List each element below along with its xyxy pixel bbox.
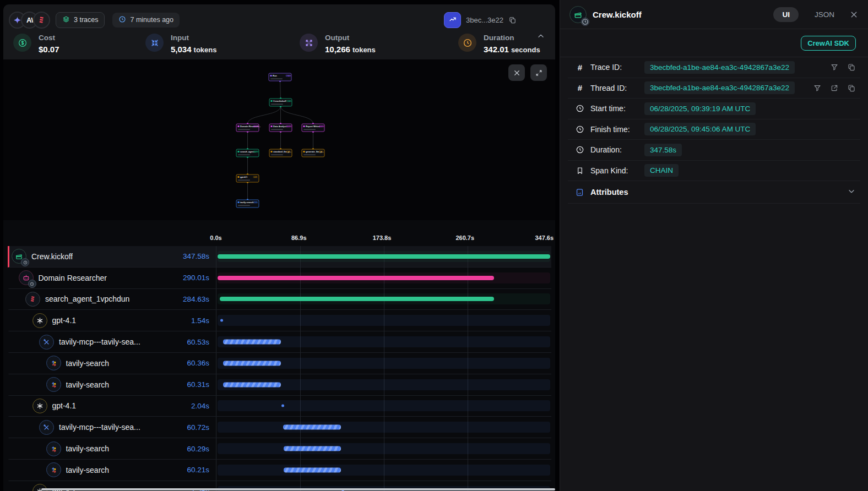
span-timeline	[216, 268, 551, 288]
close-icon[interactable]	[849, 10, 859, 19]
expand-graph-button[interactable]	[530, 64, 547, 81]
detail-row: Span Kind: CHAIN	[568, 161, 860, 182]
clock-icon	[575, 145, 585, 154]
span-row[interactable]: tavily-search 60.29s	[8, 438, 551, 460]
span-row[interactable]: tavily-search 60.21s	[8, 460, 551, 481]
axis-tick: 347.6s	[535, 234, 554, 241]
hash-icon: #	[575, 63, 585, 72]
tab-ui[interactable]: UI	[773, 7, 799, 22]
time-ago-badge[interactable]: 7 minutes ago	[112, 13, 180, 28]
metric-label: Cost	[39, 34, 62, 42]
detail-value[interactable]: 06/28/2025, 09:39:19 AM UTC	[644, 102, 756, 115]
chevron-up-icon[interactable]	[536, 32, 545, 41]
traces-count-badge[interactable]: 3 traces	[56, 12, 105, 28]
span-row[interactable]: search_agent_1vpchdun 284.63s	[8, 289, 551, 310]
detail-value[interactable]: CHAIN	[644, 164, 679, 177]
detail-value[interactable]: 3becbfed-a1be-ae84-ea3c-4942867a3e22	[644, 61, 795, 74]
trace-summary-header: A\ 3 traces 7 minutes ago	[3, 4, 555, 59]
provider-avatars[interactable]: A\	[9, 12, 45, 29]
metric-label: Duration	[484, 34, 540, 42]
attributes-section-toggle[interactable]: Attributes	[568, 181, 860, 204]
graph-node-analyst[interactable]: Data Analyst AGENT	[269, 124, 292, 132]
tab-json[interactable]: JSON	[815, 10, 834, 19]
copy-icon[interactable]	[508, 16, 517, 24]
span-name: tavily-search	[66, 359, 110, 368]
detail-row: Start time: 06/28/2025, 09:39:19 AM UTC	[568, 99, 860, 119]
graph-node-gpt[interactable]: gpt-4.1 LLM	[236, 174, 259, 182]
svg-text:Crew.kickoff: Crew.kickoff	[273, 100, 286, 102]
span-timeline	[216, 353, 551, 374]
span-row[interactable]: gpt-4.1 2.04s	[8, 396, 551, 417]
span-row[interactable]: tavily-mcp---tavily-sea... 60.72s	[8, 417, 551, 438]
tavily-icon	[46, 356, 61, 370]
span-row[interactable]: tavily-mcp---tavily-sea... 60.53s	[8, 331, 551, 353]
filter-icon[interactable]	[813, 84, 822, 92]
detail-value[interactable]: 06/28/2025, 09:45:06 AM UTC	[644, 123, 756, 135]
metric-input: Input 5,034tokens	[145, 34, 300, 54]
span-track	[218, 465, 550, 476]
span-name: Crew.kickoff	[31, 252, 73, 261]
span-name: tavily-mcp---tavily-sea...	[59, 337, 140, 346]
span-duration: 2.04s	[191, 402, 216, 410]
span-name: Domain Researcher	[39, 274, 107, 282]
graph-node-crew[interactable]: Crew.kickoff CHAIN	[269, 99, 292, 106]
span-row[interactable]: tavily-search 60.31s	[8, 374, 551, 396]
clock-badge-icon	[581, 18, 589, 26]
graph-node-writer[interactable]: Report Writer AGENT	[302, 124, 324, 132]
span-row[interactable]: gpt-4.1 1.54s	[8, 310, 551, 331]
graph-node-tavily[interactable]: tavily-search TOOL	[236, 200, 259, 208]
copy-icon[interactable]	[847, 63, 856, 72]
graph-node-standard[interactable]: standard_llm_p... LLM	[269, 149, 292, 157]
metric-label: Input	[171, 34, 216, 42]
detail-label: Finish time:	[590, 125, 639, 134]
span-track	[218, 422, 550, 433]
openai-icon	[32, 399, 47, 413]
copy-icon[interactable]	[847, 84, 856, 92]
chevron-down-icon[interactable]	[847, 187, 860, 198]
span-row[interactable]: Domain Researcher 290.01s	[8, 268, 551, 289]
graph-node-run[interactable]: Run CHAIN	[269, 73, 291, 81]
span-duration: 284.63s	[183, 295, 216, 303]
layers-icon	[62, 15, 70, 25]
svg-text:gpt-4.1: gpt-4.1	[240, 176, 248, 178]
detail-title: Crew.kickoff	[593, 10, 642, 19]
sdk-row: CrewAI SDK	[560, 29, 868, 57]
graph-node-domain[interactable]: Domain Research... AGENT	[236, 124, 261, 132]
trace-graph-area[interactable]: Run CHAIN Crew.kickoff CHAIN Domain Rese…	[3, 59, 555, 220]
crewai-sdk-badge[interactable]: CrewAI SDK	[801, 36, 856, 51]
dollar-icon	[13, 34, 31, 52]
metric-value: 5,034	[171, 45, 192, 54]
span-duration: 1.54s	[191, 317, 216, 325]
crewai-logo-icon[interactable]	[33, 12, 50, 29]
span-row[interactable]: Crew.kickoff 347.58s	[8, 246, 551, 268]
close-graph-button[interactable]	[508, 64, 525, 81]
tools-icon	[39, 335, 54, 350]
span-row[interactable]: tavily-search 60.36s	[8, 353, 551, 374]
external-link-icon[interactable]	[830, 84, 839, 92]
filter-icon[interactable]	[830, 63, 839, 72]
detail-value[interactable]: 347.58s	[644, 144, 682, 156]
span-bar	[220, 297, 494, 301]
svg-text:LLM: LLM	[287, 151, 290, 153]
horizontal-scrollbar[interactable]	[41, 488, 555, 490]
trace-graph[interactable]: Run CHAIN Crew.kickoff CHAIN Domain Rese…	[3, 59, 555, 220]
detail-label: Start time:	[590, 104, 639, 113]
span-duration: 60.31s	[187, 380, 216, 389]
span-name: tavily-search	[66, 444, 110, 453]
metric-label: Output	[325, 34, 376, 42]
svg-text:LLM: LLM	[319, 151, 323, 153]
graph-node-search[interactable]: search_agen... AGENT	[236, 149, 259, 157]
span-bar	[218, 254, 550, 259]
metrics-row: Cost $0.07 Input 5,034tokens	[9, 34, 547, 54]
detail-value[interactable]: 3becbfed-a1be-ae84-ea3c-4942867a3e22	[644, 81, 795, 94]
axis-tick: 260.7s	[455, 234, 474, 241]
clock-icon	[575, 125, 585, 134]
graph-node-generate[interactable]: generate_llm_p... LLM	[302, 149, 324, 157]
metric-duration: Duration 342.01seconds	[458, 34, 540, 54]
detail-row: Duration: 347.58s	[568, 140, 860, 161]
span-timeline	[216, 438, 551, 459]
span-timeline	[216, 246, 551, 267]
trending-chart-button[interactable]	[444, 12, 461, 28]
svg-text:AGENT: AGENT	[254, 151, 259, 153]
timeline-axis: 0.0s86.9s173.8s260.7s347.6s	[3, 220, 555, 246]
